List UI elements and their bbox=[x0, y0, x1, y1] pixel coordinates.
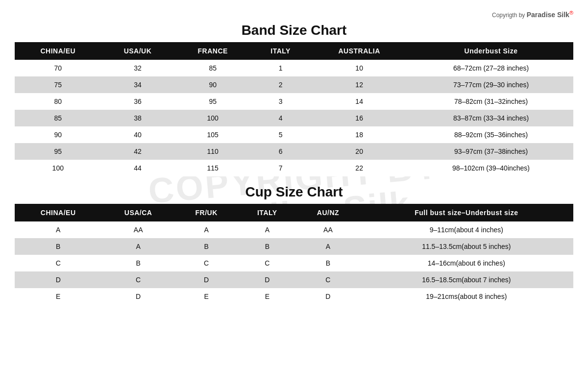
table-cell: E bbox=[15, 288, 101, 305]
table-cell: D bbox=[101, 288, 175, 305]
table-cell: 44 bbox=[101, 160, 174, 176]
table-cell: 1 bbox=[251, 60, 310, 76]
table-row: 853810041683–87cm (33–34 inches) bbox=[15, 110, 573, 126]
table-cell: 98–102cm (39–40inches) bbox=[409, 160, 573, 176]
table-cell: 4 bbox=[251, 110, 310, 126]
cup-col-usa: USA/CA bbox=[101, 204, 175, 221]
table-cell: D bbox=[175, 271, 238, 288]
cup-col-fullbust: Full bust size–Underbust size bbox=[360, 204, 573, 221]
registered-symbol: ® bbox=[569, 10, 573, 16]
table-cell: 12 bbox=[310, 76, 409, 93]
band-table-body: 70328511068–72cm (27–28 inches)753490212… bbox=[15, 60, 573, 176]
band-col-italy: ITALY bbox=[251, 42, 310, 60]
table-cell: C bbox=[175, 255, 238, 271]
table-cell: 73–77cm (29–30 inches) bbox=[409, 76, 573, 93]
band-col-china: CHINA/EU bbox=[15, 42, 101, 60]
cup-table-body: AAAAAAA9–11cm(about 4 inches)BABBA11.5–1… bbox=[15, 221, 573, 305]
table-cell: B bbox=[101, 255, 175, 271]
main-content: Copyrigth by Paradise Silk® Band Size Ch… bbox=[0, 0, 588, 320]
table-cell: 32 bbox=[101, 60, 174, 76]
table-cell: 90 bbox=[174, 76, 251, 93]
table-cell: A bbox=[296, 238, 359, 255]
table-row: 75349021273–77cm (29–30 inches) bbox=[15, 76, 573, 93]
table-cell: 5 bbox=[251, 126, 310, 143]
table-row: AAAAAAA9–11cm(about 4 inches) bbox=[15, 221, 573, 238]
table-cell: 38 bbox=[101, 110, 174, 126]
table-cell: 105 bbox=[174, 126, 251, 143]
table-cell: 68–72cm (27–28 inches) bbox=[409, 60, 573, 76]
band-col-underbust: Underbust Size bbox=[409, 42, 573, 60]
cup-chart-title: Cup Size Chart bbox=[15, 184, 573, 200]
brand-name: Paradise Silk bbox=[527, 11, 569, 19]
table-cell: 3 bbox=[251, 93, 310, 110]
table-cell: 19–21cms(about 8 inches) bbox=[360, 288, 573, 305]
table-cell: D bbox=[238, 271, 296, 288]
table-row: 904010551888–92cm (35–36inches) bbox=[15, 126, 573, 143]
cup-col-italy: ITALY bbox=[238, 204, 296, 221]
table-row: BABBA11.5–13.5cm(about 5 inches) bbox=[15, 238, 573, 255]
table-cell: 93–97cm (37–38inches) bbox=[409, 143, 573, 160]
cup-col-fruk: FR/UK bbox=[175, 204, 238, 221]
table-row: 80369531478–82cm (31–32inches) bbox=[15, 93, 573, 110]
table-cell: 85 bbox=[174, 60, 251, 76]
cup-size-table: CHINA/EU USA/CA FR/UK ITALY AU/NZ Full b… bbox=[15, 204, 573, 305]
table-cell: 20 bbox=[310, 143, 409, 160]
table-cell: C bbox=[238, 255, 296, 271]
table-cell: 70 bbox=[15, 60, 101, 76]
table-row: CBCCB14–16cm(about 6 inches) bbox=[15, 255, 573, 271]
cup-col-aunz: AU/NZ bbox=[296, 204, 359, 221]
copyright-line: Copyrigth by Paradise Silk® bbox=[15, 10, 573, 19]
table-cell: 14–16cm(about 6 inches) bbox=[360, 255, 573, 271]
cup-table-header-row: CHINA/EU USA/CA FR/UK ITALY AU/NZ Full b… bbox=[15, 204, 573, 221]
table-cell: A bbox=[238, 221, 296, 238]
table-cell: 90 bbox=[15, 126, 101, 143]
copyright-text: Copyrigth by bbox=[492, 12, 525, 19]
table-cell: 83–87cm (33–34 inches) bbox=[409, 110, 573, 126]
table-cell: B bbox=[296, 255, 359, 271]
band-table-header-row: CHINA/EU USA/UK FRANCE ITALY AUSTRALIA U… bbox=[15, 42, 573, 60]
table-cell: A bbox=[175, 221, 238, 238]
band-size-table: CHINA/EU USA/UK FRANCE ITALY AUSTRALIA U… bbox=[15, 42, 573, 176]
table-cell: 16 bbox=[310, 110, 409, 126]
table-cell: 18 bbox=[310, 126, 409, 143]
table-row: 954211062093–97cm (37–38inches) bbox=[15, 143, 573, 160]
table-cell: 40 bbox=[101, 126, 174, 143]
table-cell: E bbox=[238, 288, 296, 305]
table-cell: 7 bbox=[251, 160, 310, 176]
table-cell: 42 bbox=[101, 143, 174, 160]
table-cell: AA bbox=[101, 221, 175, 238]
band-chart-title: Band Size Chart bbox=[15, 23, 573, 38]
table-cell: B bbox=[175, 238, 238, 255]
table-cell: 2 bbox=[251, 76, 310, 93]
table-cell: 95 bbox=[174, 93, 251, 110]
table-row: EDEED19–21cms(about 8 inches) bbox=[15, 288, 573, 305]
table-cell: 16.5–18.5cm(about 7 inches) bbox=[360, 271, 573, 288]
table-cell: 115 bbox=[174, 160, 251, 176]
table-cell: 95 bbox=[15, 143, 101, 160]
table-cell: 22 bbox=[310, 160, 409, 176]
cup-col-china: CHINA/EU bbox=[15, 204, 101, 221]
table-cell: 110 bbox=[174, 143, 251, 160]
table-cell: 100 bbox=[15, 160, 101, 176]
table-cell: B bbox=[238, 238, 296, 255]
table-cell: D bbox=[15, 271, 101, 288]
table-cell: 75 bbox=[15, 76, 101, 93]
table-cell: A bbox=[15, 221, 101, 238]
table-cell: D bbox=[296, 288, 359, 305]
table-cell: 34 bbox=[101, 76, 174, 93]
table-cell: 9–11cm(about 4 inches) bbox=[360, 221, 573, 238]
table-row: DCDDC16.5–18.5cm(about 7 inches) bbox=[15, 271, 573, 288]
table-cell: 88–92cm (35–36inches) bbox=[409, 126, 573, 143]
table-cell: 85 bbox=[15, 110, 101, 126]
table-cell: E bbox=[175, 288, 238, 305]
table-cell: C bbox=[101, 271, 175, 288]
table-cell: C bbox=[296, 271, 359, 288]
table-cell: B bbox=[15, 238, 101, 255]
table-cell: 6 bbox=[251, 143, 310, 160]
table-cell: 14 bbox=[310, 93, 409, 110]
table-row: 70328511068–72cm (27–28 inches) bbox=[15, 60, 573, 76]
table-cell: 100 bbox=[174, 110, 251, 126]
table-row: 1004411572298–102cm (39–40inches) bbox=[15, 160, 573, 176]
table-cell: C bbox=[15, 255, 101, 271]
table-cell: A bbox=[101, 238, 175, 255]
